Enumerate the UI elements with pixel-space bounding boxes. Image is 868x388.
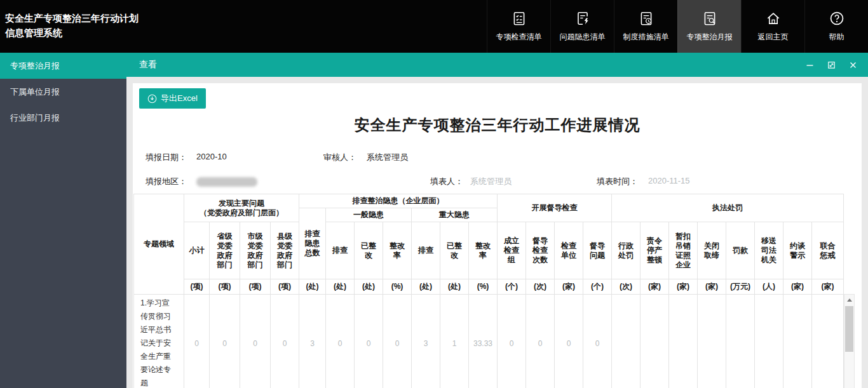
top-nav-item-2[interactable]: 制度措施清单 [614, 0, 677, 53]
value-cell: 33.33 [469, 295, 498, 388]
table-header-cell: (项) [240, 279, 271, 295]
value-cell [612, 295, 641, 388]
top-nav-item-4[interactable]: 返回主页 [741, 0, 804, 53]
table-scrollbar[interactable] [844, 294, 855, 388]
table-header-cell: 整改率 [469, 222, 498, 279]
report-table: 专题领域发现主要问题 （党委政府及部门层面）排查整治隐患（企业层面）开展督导检查… [133, 194, 844, 388]
value-cell: 0 [326, 295, 355, 388]
value-cell [812, 295, 844, 388]
table-header-cell: 已整改 [355, 222, 383, 279]
issue-list-icon [574, 10, 591, 27]
fill-time-value: 2020-11-15 [648, 176, 690, 185]
region-label: 填报地区： [146, 176, 187, 187]
measures-list-icon [638, 10, 654, 27]
value-cell [698, 295, 726, 388]
top-nav-item-1[interactable]: 问题隐患清单 [550, 0, 614, 53]
value-cell: 0 [184, 295, 210, 388]
table-header-cell: 市级党委政府部门 [240, 222, 271, 279]
scrollbar-thumb[interactable] [845, 306, 853, 352]
sidebar-item-0[interactable]: 专项整治月报 [0, 53, 126, 79]
table-header-cell: (人) [755, 279, 783, 295]
app-title-line2: 信息管理系统 [5, 25, 139, 40]
fill-date-value: 2020-10 [196, 152, 227, 161]
monthly-report-icon [702, 10, 718, 27]
main-area: 查看 导出Ex [126, 53, 868, 388]
table-header-cell: (个) [583, 279, 612, 295]
table-header-cell: (处) [299, 279, 326, 295]
value-cell [641, 295, 669, 388]
close-icon[interactable] [848, 60, 858, 70]
top-nav-label: 制度措施清单 [623, 32, 669, 43]
meta-row-2: 填报地区： 填表人： 系统管理员 填表时间： 2020-11-15 [133, 176, 862, 189]
table-header-cell: (处) [326, 279, 355, 295]
scroll-up-icon[interactable] [844, 295, 854, 305]
table-header-cell: 检查单位 [555, 222, 583, 279]
maximize-icon[interactable] [826, 60, 836, 70]
inspection-checklist-icon [511, 10, 527, 27]
top-nav-label: 问题隐患清单 [560, 32, 606, 43]
table-header-cell: 县级党委政府部门 [271, 222, 299, 279]
table-header-cell: 约谈警示 [783, 222, 812, 279]
table-header-cell: 移送司法机关 [755, 222, 783, 279]
value-cell [669, 295, 698, 388]
table-header-cell: (项) [271, 279, 299, 295]
sidebar-item-1[interactable]: 下属单位月报 [0, 79, 126, 105]
window-controls [804, 60, 858, 70]
table-header-cell: 执法处罚 [612, 194, 844, 222]
top-nav-item-0[interactable]: 专项检查清单 [487, 0, 550, 53]
table-header-cell: (%) [383, 279, 412, 295]
topic-cell: 1.学习宣传贯彻习近平总书记关于安全生产重要论述专题 [134, 295, 184, 388]
table-header-cell: (处) [412, 279, 440, 295]
table-header-cell: 排查 [326, 222, 355, 279]
value-cell [783, 295, 812, 388]
value-cell: 3 [412, 295, 440, 388]
table-header-cell: 小计 [184, 222, 210, 279]
home-icon [765, 10, 782, 27]
table-header-cell: (家) [641, 279, 669, 295]
table-header-cell: (次) [612, 279, 641, 295]
table-header-cell: 排查 [412, 222, 440, 279]
fill-date-label: 填报日期： [146, 152, 187, 163]
top-nav-label: 专项检查清单 [496, 32, 542, 43]
table-header-cell: (家) [669, 279, 698, 295]
report-title: 安全生产专项整治三年行动工作进展情况 [133, 115, 862, 135]
table-header-cell: 暂扣吊销证照企业 [669, 222, 698, 279]
table-header-cell: 联合惩戒 [812, 222, 844, 279]
table-header-cell: (处) [355, 279, 383, 295]
sidebar: 专项整治月报下属单位月报行业部门月报 [0, 53, 126, 388]
fill-time-label: 填表时间： [597, 176, 638, 187]
value-cell: 0 [240, 295, 271, 388]
table-header-cell: 已整改 [440, 222, 469, 279]
table-header-cell: 排查隐患总数 [299, 208, 326, 279]
value-cell: 3 [299, 295, 326, 388]
table-header-cell: 专题领域 [134, 194, 184, 295]
minimize-icon[interactable] [804, 60, 815, 70]
top-nav-item-3[interactable]: 专项整治月报 [677, 0, 741, 53]
table-header-cell: 重大隐患 [412, 208, 498, 222]
table-header-cell: 督导检查次数 [526, 222, 555, 279]
value-cell: 0 [271, 295, 299, 388]
sidebar-item-2[interactable]: 行业部门月报 [0, 105, 126, 131]
region-value-redacted [196, 177, 257, 187]
table-header-cell: (%) [469, 279, 498, 295]
table-header-cell: 一般隐患 [326, 208, 412, 222]
table-header-cell: 罚款 [726, 222, 755, 279]
meta-row-1: 填报日期： 2020-10 审核人： 系统管理员 [133, 152, 862, 164]
app-title: 安全生产专项整治三年行动计划 信息管理系统 [0, 0, 145, 53]
table-header-cell: (项) [184, 279, 210, 295]
top-nav-item-5[interactable]: 帮助 [804, 0, 868, 53]
table-header-cell: (个) [498, 279, 526, 295]
table-header-cell: 成立检查组 [498, 222, 526, 279]
table-header-cell: (项) [210, 279, 240, 295]
top-bar: 安全生产专项整治三年行动计划 信息管理系统 专项检查清单问题隐患清单制度措施清单… [0, 0, 868, 53]
body-layout: 专项整治月报下属单位月报行业部门月报 查看 [0, 53, 868, 388]
value-cell: 0 [383, 295, 412, 388]
table-header-cell: (次) [526, 279, 555, 295]
top-nav-label: 专项整治月报 [687, 32, 733, 43]
reviewer-label: 审核人： [323, 152, 356, 163]
screen: 安全生产专项整治三年行动计划 信息管理系统 专项检查清单问题隐患清单制度措施清单… [0, 0, 868, 388]
table-header-cell: 关闭取缔 [698, 222, 726, 279]
report-table-wrap: 专题领域发现主要问题 （党委政府及部门层面）排查整治隐患（企业层面）开展督导检查… [133, 194, 855, 388]
top-nav: 专项检查清单问题隐患清单制度措施清单专项整治月报返回主页帮助 [487, 0, 868, 53]
export-excel-button[interactable]: 导出Excel [139, 88, 206, 109]
